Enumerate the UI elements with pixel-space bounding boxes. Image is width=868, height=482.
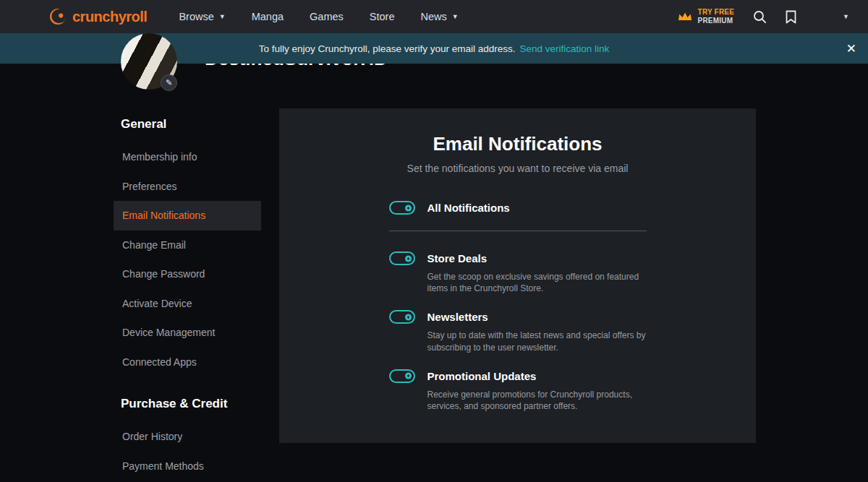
- nav-item-games[interactable]: Games: [310, 11, 344, 22]
- nav-item-manga[interactable]: Manga: [252, 11, 284, 22]
- try-premium-button[interactable]: TRY FREE PREMIUM: [678, 8, 735, 26]
- crunchyroll-logo[interactable]: crunchyroll: [49, 8, 147, 25]
- crown-icon: [678, 12, 692, 22]
- banner-message: To fully enjoy Crunchyroll, please verif…: [259, 43, 516, 54]
- send-verification-link[interactable]: Send verification link: [520, 43, 610, 54]
- toggle-row-promotional-updates: Promotional Updates Receive general prom…: [389, 369, 647, 412]
- sidebar-item-change-password[interactable]: Change Password: [114, 259, 261, 289]
- promotional-updates-toggle[interactable]: [389, 369, 415, 383]
- edit-avatar-button[interactable]: ✎: [161, 74, 177, 91]
- email-notifications-panel: Email Notifications Set the notification…: [279, 108, 756, 443]
- sidebar-item-change-email[interactable]: Change Email: [114, 231, 261, 260]
- account-menu[interactable]: ▼: [815, 6, 849, 27]
- sidebar-item-activate-device[interactable]: Activate Device: [114, 289, 261, 319]
- sidebar-item-order-history[interactable]: Order History: [114, 422, 261, 452]
- sidebar-item-connected-apps[interactable]: Connected Apps: [114, 348, 261, 377]
- nav-item-browse[interactable]: Browse ▼: [179, 11, 225, 22]
- newsletters-toggle[interactable]: [389, 310, 415, 324]
- sidebar-item-payment-methods[interactable]: Payment Methods: [114, 452, 261, 481]
- toggle-row-store-deals: Store Deals Get the scoop on exclusive s…: [389, 251, 647, 294]
- toggle-description: Receive general promotions for Crunchyro…: [427, 389, 647, 412]
- chevron-down-icon: ▼: [219, 14, 226, 20]
- nav-left: crunchyroll Browse ▼ Manga Games Store N…: [49, 8, 459, 25]
- nav-right: TRY FREE PREMIUM ▼: [678, 6, 849, 27]
- sidebar-heading-general: General: [114, 110, 261, 142]
- sidebar-item-membership-info[interactable]: Membership info: [114, 142, 261, 172]
- avatar: [815, 6, 837, 27]
- toggle-label: Newsletters: [427, 310, 647, 324]
- page-subtitle: Set the notifications you want to receiv…: [279, 163, 756, 174]
- crunchyroll-logo-icon: [49, 8, 67, 25]
- pencil-icon: ✎: [166, 78, 172, 87]
- chevron-down-icon: ▼: [452, 14, 459, 20]
- bookmark-icon[interactable]: [786, 10, 796, 24]
- sidebar-item-device-management[interactable]: Device Management: [114, 318, 261, 348]
- sidebar-heading-purchase-credit: Purchase & Credit: [114, 376, 261, 422]
- toggle-list: All Notifications Store Deals Get the sc…: [389, 201, 647, 412]
- sidebar-item-preferences[interactable]: Preferences: [114, 172, 261, 202]
- toggle-label: All Notifications: [427, 201, 647, 215]
- store-deals-toggle[interactable]: [389, 251, 415, 265]
- premium-line1: TRY FREE: [698, 8, 735, 17]
- primary-nav: Browse ▼ Manga Games Store News ▼: [179, 11, 458, 22]
- search-icon[interactable]: [753, 10, 767, 24]
- toggle-description: Get the scoop on exclusive savings offer…: [427, 271, 647, 294]
- logo-text: crunchyroll: [72, 9, 147, 25]
- page-title: Email Notifications: [279, 133, 756, 155]
- toggle-row-all-notifications: All Notifications: [389, 201, 647, 215]
- toggle-label: Promotional Updates: [427, 369, 647, 383]
- toggle-row-newsletters: Newsletters Stay up to date with the lat…: [389, 310, 647, 353]
- premium-line2: PREMIUM: [698, 17, 735, 26]
- chevron-down-icon: ▼: [843, 14, 849, 20]
- toggle-label: Store Deals: [427, 251, 647, 265]
- divider: [389, 231, 647, 231]
- toggle-description: Stay up to date with the latest news and…: [427, 330, 647, 353]
- top-navbar: crunchyroll Browse ▼ Manga Games Store N…: [0, 0, 868, 33]
- settings-sidebar: General Membership info Preferences Emai…: [114, 110, 261, 481]
- nav-item-store[interactable]: Store: [370, 11, 395, 22]
- all-notifications-toggle[interactable]: [389, 201, 415, 215]
- nav-item-news[interactable]: News ▼: [420, 11, 458, 22]
- profile-avatar: ✎: [121, 33, 177, 90]
- sidebar-item-email-notifications[interactable]: Email Notifications: [114, 201, 261, 231]
- close-icon[interactable]: ✕: [846, 43, 856, 55]
